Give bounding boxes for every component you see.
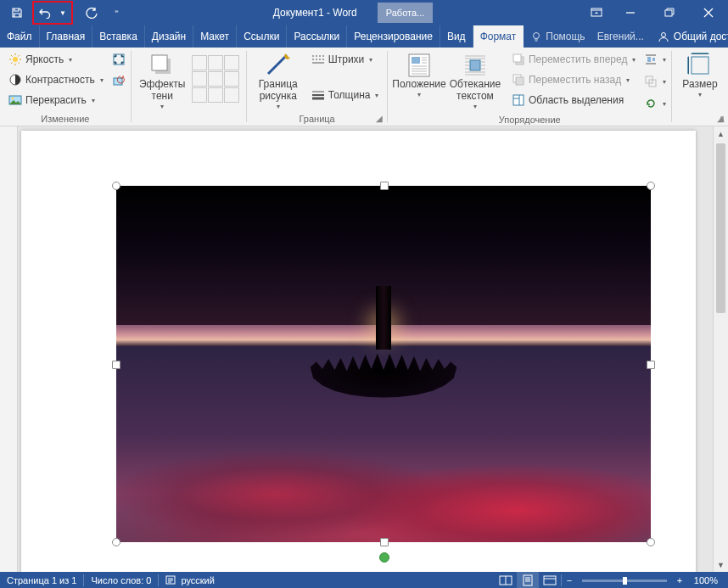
recolor-icon [8,93,22,107]
vertical-scrollbar[interactable]: ▲ ▼ [713,126,728,572]
zoom-slider-thumb[interactable] [623,577,627,585]
tab-review[interactable]: Рецензирование [347,25,440,48]
tab-layout[interactable]: Макет [193,25,237,48]
svg-rect-1 [665,10,672,16]
resize-handle-tm[interactable] [380,182,389,190]
page[interactable] [21,131,696,572]
redo-button[interactable] [81,3,102,23]
group-arrange: Положение▾ Обтекание текстом▾ Переместит… [388,48,671,126]
svg-point-4 [13,57,18,62]
zoom-slider[interactable] [582,580,667,582]
scroll-up-button[interactable]: ▲ [714,126,728,141]
reset-picture-button[interactable] [112,72,126,91]
picture-border-button[interactable]: Граница рисунка▾ [252,50,305,112]
vertical-ruler[interactable] [0,126,18,572]
resize-handle-bl[interactable] [112,538,120,546]
statusbar: Страница 1 из 1 Число слов: 0 русский − … [0,572,728,588]
wrap-text-icon [462,52,489,79]
nudge-shadow-down[interactable] [208,87,223,103]
nudge-shadow-left[interactable] [192,71,207,87]
share-button[interactable]: Общий доступ [649,25,728,48]
resize-handle-ml[interactable] [112,361,120,369]
highlighted-undo-group: ▼ [32,1,73,25]
brightness-button[interactable]: Яркость▾ [5,50,107,69]
print-layout-button[interactable] [517,572,539,588]
document-canvas[interactable]: ▲ ▼ [0,126,728,572]
nudge-shadow-up-right[interactable] [224,55,239,70]
selected-picture[interactable] [116,186,651,542]
contrast-icon [8,73,22,87]
word-count-status[interactable]: Число слов: 0 [84,572,158,588]
nudge-shadow-down-right[interactable] [224,87,239,103]
collapse-ribbon-button[interactable]: ᐱ [719,115,725,124]
tab-mailings[interactable]: Рассылки [287,25,347,48]
qat-customize[interactable]: ⁼ [109,3,124,23]
undo-button[interactable] [35,3,55,23]
scroll-thumb[interactable] [716,143,725,313]
nudge-shadow-down-left[interactable] [192,87,207,103]
tell-me-search[interactable]: Помощь [524,25,591,48]
recolor-button[interactable]: Перекрасить▾ [5,91,107,109]
zoom-in-button[interactable]: + [672,572,687,588]
nudge-shadow-up-left[interactable] [192,55,207,70]
contrast-button[interactable]: Контрастность▾ [5,70,107,89]
zoom-out-button[interactable]: − [562,572,577,588]
user-account[interactable]: Евгений... [592,25,649,48]
nudge-shadow-up[interactable] [208,55,223,70]
align-icon [644,53,658,66]
position-button[interactable]: Положение▾ [393,50,445,100]
border-dashes-button[interactable]: Штрихи▾ [308,50,383,69]
scroll-down-button[interactable]: ▼ [714,557,728,572]
save-button[interactable] [7,3,27,23]
group-objects-button[interactable]: ▾ [644,72,666,91]
resize-handle-br[interactable] [647,538,655,546]
minimize-button[interactable] [611,0,650,25]
resize-handle-tr[interactable] [647,182,655,190]
shadow-effects-button[interactable]: Эффекты тени▾ [136,50,188,112]
resize-handle-tl[interactable] [112,182,120,190]
rotate-button[interactable]: ▾ [644,94,666,113]
nudge-shadow-center[interactable] [208,71,223,87]
picture-border-icon [265,52,292,79]
selection-pane-button[interactable]: Область выделения [508,91,639,109]
tab-file[interactable]: Файл [0,25,40,48]
align-button[interactable]: ▾ [644,50,666,69]
border-dialog-launcher[interactable]: ◢ [373,112,385,124]
tab-format[interactable]: Формат [473,25,524,48]
svg-rect-24 [692,57,708,74]
border-weight-button[interactable]: Толщина▾ [308,86,383,104]
size-icon [686,52,714,79]
svg-rect-21 [652,58,655,61]
position-icon [406,52,433,79]
resize-handle-mr[interactable] [647,361,655,369]
send-backward-button[interactable]: Переместить назад▾ [508,70,639,89]
nudge-shadow-right[interactable] [224,71,239,87]
close-button[interactable] [689,0,728,25]
dashes-icon [311,53,325,66]
svg-rect-18 [516,77,524,85]
svg-rect-16 [513,54,521,62]
tab-insert[interactable]: Вставка [92,25,145,48]
svg-point-3 [661,33,665,37]
tab-references[interactable]: Ссылки [237,25,287,48]
size-button[interactable]: Размер▾ [677,50,723,100]
tab-home[interactable]: Главная [40,25,93,48]
restore-button[interactable] [650,0,689,25]
wrap-text-button[interactable]: Обтекание текстом▾ [445,50,505,112]
rotate-handle[interactable] [379,552,389,563]
ribbon-options-button[interactable] [582,0,611,25]
brightness-icon [8,53,22,66]
tab-view[interactable]: Вид [440,25,473,48]
resize-handle-bm[interactable] [380,538,389,546]
language-status[interactable]: русский [159,572,221,588]
bring-forward-button[interactable]: Переместить вперед▾ [508,50,639,69]
undo-dropdown[interactable]: ▼ [55,3,70,23]
compress-pictures-button[interactable] [112,50,126,69]
send-backward-icon [512,73,525,87]
web-layout-button[interactable] [539,572,561,588]
quick-access-toolbar: ▼ ⁼ [0,0,124,25]
tab-design[interactable]: Дизайн [145,25,193,48]
zoom-level[interactable]: 100% [687,575,728,585]
read-mode-button[interactable] [495,572,517,588]
page-number-status[interactable]: Страница 1 из 1 [0,572,83,588]
